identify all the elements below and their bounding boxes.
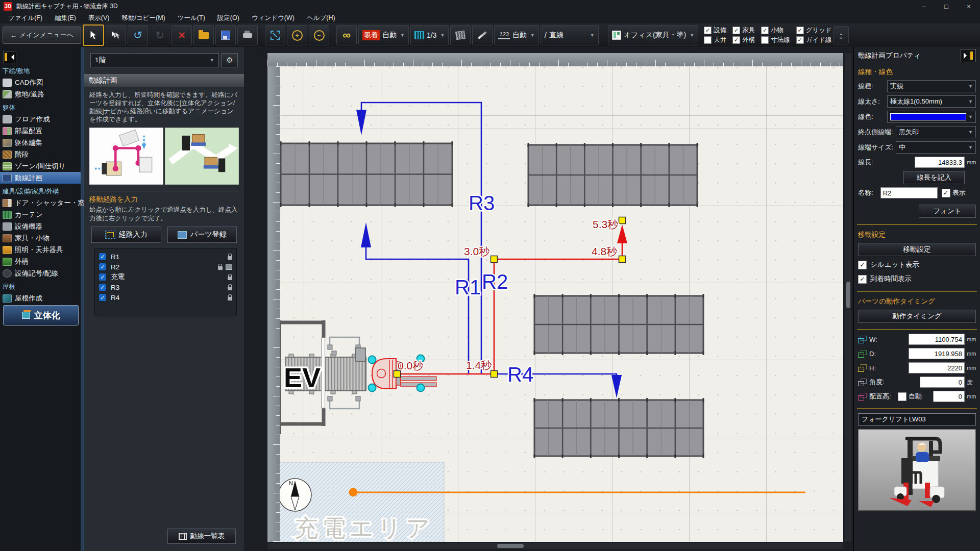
display-template-dropdown[interactable]: オフィス(家具・塗) ▼: [608, 25, 699, 45]
length-input[interactable]: 14833.3: [915, 157, 965, 168]
shutter-door[interactable]: [322, 338, 325, 408]
part-name-field[interactable]: フォークリフトLW03: [858, 413, 976, 425]
more-toggles-button[interactable]: ⌄⌄: [834, 26, 849, 44]
placement-height-input[interactable]: 0: [933, 391, 965, 402]
route-table-button[interactable]: 動線一覧表: [167, 529, 236, 544]
toggle-ceiling[interactable]: 天井: [704, 36, 726, 45]
back-to-main-menu-button[interactable]: ← メインメニューへ: [3, 27, 81, 44]
name-input[interactable]: R2: [880, 187, 938, 198]
menu-view[interactable]: 表示(V): [82, 14, 116, 22]
floor-plan-viewport[interactable]: R3R1R2R40.0秒1.4秒3.0秒4.8秒5.3秒EV充電エリアN: [280, 66, 843, 542]
end-size-dropdown[interactable]: 中▼: [896, 141, 976, 154]
route-row-r4[interactable]: ✓ R4: [99, 292, 232, 303]
storage-rack[interactable]: [534, 398, 703, 458]
zoom-out-button[interactable]: −: [309, 25, 329, 45]
toggle-small-items[interactable]: ✓小物: [761, 26, 790, 35]
time-label-4-8[interactable]: 4.8秒: [592, 245, 617, 257]
font-button[interactable]: フォント: [919, 205, 976, 218]
action-timing-button[interactable]: 動作タイミング: [858, 310, 976, 323]
route-label-r2[interactable]: R2: [482, 270, 508, 293]
selection-handle[interactable]: [417, 384, 425, 392]
sidebar-collapse-button[interactable]: [3, 51, 16, 63]
write-length-button[interactable]: 線長を記入: [903, 171, 965, 184]
route-checkbox-checked[interactable]: ✓: [99, 273, 106, 281]
menu-tools[interactable]: ツール(T): [172, 14, 211, 22]
equipment-box[interactable]: [355, 348, 365, 361]
time-label-3-0[interactable]: 3.0秒: [464, 245, 489, 257]
menu-edit[interactable]: 編集(E): [48, 14, 82, 22]
multi-select-tool-button[interactable]: [106, 25, 126, 45]
time-label-5-3[interactable]: 5.3秒: [593, 218, 618, 230]
floor-select-dropdown[interactable]: 1階 ▼: [90, 53, 219, 67]
nav-item-symbols-wiring[interactable]: 設備記号/配線: [0, 267, 81, 279]
maximize-button[interactable]: □: [935, 0, 958, 12]
minimize-button[interactable]: –: [913, 0, 935, 12]
lock-icon[interactable]: [228, 256, 232, 260]
route-vertex-handle[interactable]: [619, 217, 626, 224]
delete-button[interactable]: ×: [172, 25, 192, 45]
measure-tool-button[interactable]: [472, 25, 493, 45]
route-row-r2[interactable]: ✓ R2: [99, 262, 232, 272]
select-tool-button[interactable]: [83, 24, 104, 46]
route-checkbox-checked[interactable]: ✓: [99, 284, 106, 291]
nav-item-flow-plan[interactable]: 動線計画: [0, 172, 81, 184]
route-R1[interactable]: [361, 222, 469, 374]
scrollbar-thumb[interactable]: [846, 282, 850, 308]
route-checkbox-checked[interactable]: ✓: [99, 253, 106, 260]
menu-move-copy[interactable]: 移動/コピー(M): [115, 14, 171, 22]
nav-item-roof[interactable]: 屋根作成: [0, 292, 81, 304]
print-button[interactable]: [237, 25, 258, 45]
toggle-guide-lines[interactable]: ✓ガイド線: [796, 36, 832, 45]
route-input-button[interactable]: 経路入力: [91, 227, 161, 243]
width-input[interactable]: 1100.754: [909, 334, 965, 345]
lock-icon[interactable]: [228, 297, 232, 300]
silhouette-toggle[interactable]: ✓ シルエット表示: [854, 258, 980, 272]
line-color-dropdown[interactable]: ▼: [887, 111, 976, 123]
menu-help[interactable]: ヘルプ(H): [301, 14, 341, 22]
route-vertex-handle[interactable]: [491, 256, 498, 263]
nav-item-structure-edit[interactable]: 躯体編集: [0, 137, 81, 148]
route-vertex-handle[interactable]: [619, 256, 626, 263]
selection-handle[interactable]: [369, 384, 376, 392]
canvas-vertical-scrollbar[interactable]: [845, 53, 851, 542]
toggle-furniture[interactable]: ✓家具: [732, 26, 755, 35]
nav-item-site-road[interactable]: 敷地/道路: [0, 88, 81, 100]
route-row-charge[interactable]: ✓ 充電: [99, 272, 232, 282]
route-vertex-handle[interactable]: [491, 371, 498, 378]
lock-icon[interactable]: [228, 287, 232, 290]
selection-handle[interactable]: [369, 356, 376, 364]
lock-icon[interactable]: [228, 277, 232, 280]
nav-item-furniture[interactable]: 家具・小物: [0, 232, 81, 244]
route-label-r1[interactable]: R1: [455, 276, 481, 298]
route-label-r4[interactable]: R4: [507, 363, 533, 386]
nav-item-exterior[interactable]: 外構: [0, 256, 81, 267]
grid-settings-button[interactable]: [450, 25, 471, 45]
height-input[interactable]: 2220: [909, 362, 965, 373]
move-settings-button[interactable]: 移動設定: [858, 243, 976, 256]
arrival-time-toggle[interactable]: ✓ 到着時間表示: [854, 272, 980, 286]
zoom-in-button[interactable]: +: [287, 25, 307, 45]
nav-item-room-layout[interactable]: 部屋配置: [0, 125, 81, 137]
toggle-dimension-lines[interactable]: 寸法線: [761, 36, 790, 45]
depth-input[interactable]: 1919.958: [909, 348, 965, 359]
menu-settings[interactable]: 設定(O): [211, 14, 246, 22]
make-3d-button[interactable]: 立体化: [3, 305, 79, 325]
menu-window[interactable]: ウィンドウ(W): [246, 14, 301, 22]
parts-register-button[interactable]: パーツ登録: [167, 227, 237, 243]
scrollbar-thumb[interactable]: [497, 544, 524, 548]
dimension-mode-dropdown[interactable]: 123 自動 ▼: [494, 25, 538, 45]
route-label-r3[interactable]: R3: [469, 192, 495, 214]
menu-file[interactable]: ファイル(F): [2, 14, 48, 22]
undo-button[interactable]: ↺: [128, 25, 148, 45]
toggle-equipment[interactable]: ✓設備: [704, 26, 726, 35]
angle-input[interactable]: 0: [920, 377, 965, 388]
nav-item-equipment[interactable]: 設備機器: [0, 220, 81, 232]
end-style-dropdown[interactable]: 黒矢印▼: [896, 126, 976, 138]
nav-item-curtain[interactable]: カーテン: [0, 209, 81, 220]
line-width-dropdown[interactable]: 極太線1(0.50mm)▼: [887, 95, 976, 108]
route-row-r1[interactable]: ✓ R1: [99, 252, 232, 262]
snap-mode-dropdown[interactable]: 吸着 自動 ▼: [358, 25, 409, 45]
save-button[interactable]: [215, 25, 236, 45]
time-label-0-0[interactable]: 0.0秒: [398, 360, 423, 371]
panel-expand-button[interactable]: [961, 49, 976, 62]
